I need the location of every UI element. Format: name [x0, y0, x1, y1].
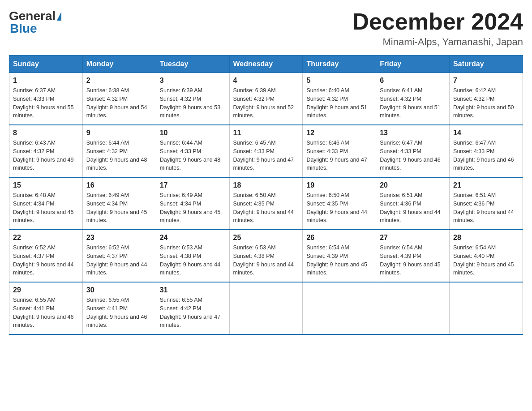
- calendar-cell: [303, 282, 376, 334]
- day-info: Sunrise: 6:38 AMSunset: 4:32 PMDaylight:…: [86, 87, 147, 119]
- day-info: Sunrise: 6:44 AMSunset: 4:32 PMDaylight:…: [86, 140, 147, 171]
- day-info: Sunrise: 6:40 AMSunset: 4:32 PMDaylight:…: [306, 87, 367, 119]
- day-number: 11: [233, 129, 299, 137]
- day-info: Sunrise: 6:47 AMSunset: 4:33 PMDaylight:…: [380, 140, 441, 171]
- day-number: 16: [86, 181, 152, 189]
- logo-area: General Blue: [9, 9, 63, 36]
- calendar-cell: [450, 282, 523, 334]
- day-number: 9: [86, 129, 152, 137]
- calendar-cell: 9 Sunrise: 6:44 AMSunset: 4:32 PMDayligh…: [82, 125, 156, 177]
- day-number: 21: [453, 181, 519, 189]
- calendar-week-row: 22 Sunrise: 6:52 AMSunset: 4:37 PMDaylig…: [9, 230, 523, 282]
- day-number: 25: [233, 234, 299, 242]
- calendar-cell: 15 Sunrise: 6:48 AMSunset: 4:34 PMDaylig…: [9, 177, 83, 230]
- day-info: Sunrise: 6:49 AMSunset: 4:34 PMDaylight:…: [86, 192, 147, 223]
- day-info: Sunrise: 6:50 AMSunset: 4:35 PMDaylight:…: [306, 192, 367, 223]
- calendar-cell: [229, 282, 303, 334]
- calendar-cell: 1 Sunrise: 6:37 AMSunset: 4:33 PMDayligh…: [9, 73, 83, 125]
- day-info: Sunrise: 6:43 AMSunset: 4:32 PMDaylight:…: [13, 140, 74, 171]
- days-of-week-row: Sunday Monday Tuesday Wednesday Thursday…: [9, 56, 523, 73]
- day-number: 14: [453, 129, 519, 137]
- calendar-cell: 8 Sunrise: 6:43 AMSunset: 4:32 PMDayligh…: [9, 125, 83, 177]
- col-sunday: Sunday: [9, 56, 83, 73]
- calendar-cell: 3 Sunrise: 6:39 AMSunset: 4:32 PMDayligh…: [156, 73, 229, 125]
- calendar-cell: 12 Sunrise: 6:46 AMSunset: 4:33 PMDaylig…: [303, 125, 376, 177]
- calendar-cell: 24 Sunrise: 6:53 AMSunset: 4:38 PMDaylig…: [156, 230, 229, 282]
- day-number: 8: [13, 129, 79, 137]
- calendar-cell: 17 Sunrise: 6:49 AMSunset: 4:34 PMDaylig…: [156, 177, 229, 230]
- day-info: Sunrise: 6:47 AMSunset: 4:33 PMDaylight:…: [453, 140, 514, 171]
- day-number: 6: [380, 77, 446, 85]
- calendar-cell: 30 Sunrise: 6:55 AMSunset: 4:41 PMDaylig…: [82, 282, 156, 334]
- col-tuesday: Tuesday: [156, 56, 229, 73]
- page-header: General Blue December 2024 Minami-Alps, …: [9, 9, 523, 48]
- day-number: 20: [380, 181, 446, 189]
- day-number: 30: [86, 286, 152, 294]
- calendar-cell: 6 Sunrise: 6:41 AMSunset: 4:32 PMDayligh…: [376, 73, 450, 125]
- calendar-cell: 25 Sunrise: 6:53 AMSunset: 4:38 PMDaylig…: [229, 230, 303, 282]
- day-info: Sunrise: 6:53 AMSunset: 4:38 PMDaylight:…: [233, 244, 294, 276]
- day-info: Sunrise: 6:48 AMSunset: 4:34 PMDaylight:…: [13, 192, 74, 223]
- calendar-cell: 11 Sunrise: 6:45 AMSunset: 4:33 PMDaylig…: [229, 125, 303, 177]
- col-saturday: Saturday: [450, 56, 523, 73]
- calendar-cell: [376, 282, 450, 334]
- day-info: Sunrise: 6:45 AMSunset: 4:33 PMDaylight:…: [233, 140, 294, 171]
- calendar-week-row: 29 Sunrise: 6:55 AMSunset: 4:41 PMDaylig…: [9, 282, 523, 334]
- day-number: 4: [233, 77, 299, 85]
- col-monday: Monday: [82, 56, 156, 73]
- day-number: 10: [160, 129, 226, 137]
- day-number: 17: [160, 181, 226, 189]
- logo-triangle-icon: [57, 12, 61, 21]
- day-number: 19: [306, 181, 372, 189]
- location-subtitle: Minami-Alps, Yamanashi, Japan: [352, 36, 523, 48]
- calendar-cell: 31 Sunrise: 6:55 AMSunset: 4:42 PMDaylig…: [156, 282, 229, 334]
- day-info: Sunrise: 6:41 AMSunset: 4:32 PMDaylight:…: [380, 87, 441, 119]
- day-info: Sunrise: 6:46 AMSunset: 4:33 PMDaylight:…: [306, 140, 367, 171]
- col-friday: Friday: [376, 56, 450, 73]
- calendar-cell: 14 Sunrise: 6:47 AMSunset: 4:33 PMDaylig…: [450, 125, 523, 177]
- day-number: 2: [86, 77, 152, 85]
- day-number: 29: [13, 286, 79, 294]
- day-number: 26: [306, 234, 372, 242]
- calendar-cell: 16 Sunrise: 6:49 AMSunset: 4:34 PMDaylig…: [82, 177, 156, 230]
- calendar-cell: 2 Sunrise: 6:38 AMSunset: 4:32 PMDayligh…: [82, 73, 156, 125]
- day-info: Sunrise: 6:55 AMSunset: 4:41 PMDaylight:…: [86, 297, 147, 328]
- day-number: 15: [13, 181, 79, 189]
- day-info: Sunrise: 6:42 AMSunset: 4:32 PMDaylight:…: [453, 87, 514, 119]
- day-number: 1: [13, 77, 79, 85]
- calendar-table: Sunday Monday Tuesday Wednesday Thursday…: [9, 55, 523, 335]
- col-wednesday: Wednesday: [229, 56, 303, 73]
- calendar-cell: 21 Sunrise: 6:51 AMSunset: 4:36 PMDaylig…: [450, 177, 523, 230]
- day-number: 12: [306, 129, 372, 137]
- title-area: December 2024 Minami-Alps, Yamanashi, Ja…: [352, 9, 523, 48]
- day-number: 27: [380, 234, 446, 242]
- calendar-cell: 27 Sunrise: 6:54 AMSunset: 4:39 PMDaylig…: [376, 230, 450, 282]
- day-info: Sunrise: 6:37 AMSunset: 4:33 PMDaylight:…: [13, 87, 74, 119]
- calendar-cell: 20 Sunrise: 6:51 AMSunset: 4:36 PMDaylig…: [376, 177, 450, 230]
- day-number: 7: [453, 77, 519, 85]
- day-number: 22: [13, 234, 79, 242]
- day-number: 31: [160, 286, 226, 294]
- day-info: Sunrise: 6:51 AMSunset: 4:36 PMDaylight:…: [453, 192, 514, 223]
- logo-blue-row: Blue: [9, 21, 37, 36]
- day-info: Sunrise: 6:51 AMSunset: 4:36 PMDaylight:…: [380, 192, 441, 223]
- day-info: Sunrise: 6:52 AMSunset: 4:37 PMDaylight:…: [86, 244, 147, 276]
- day-info: Sunrise: 6:49 AMSunset: 4:34 PMDaylight:…: [160, 192, 221, 223]
- calendar-cell: 22 Sunrise: 6:52 AMSunset: 4:37 PMDaylig…: [9, 230, 83, 282]
- day-number: 24: [160, 234, 226, 242]
- calendar-cell: 4 Sunrise: 6:39 AMSunset: 4:32 PMDayligh…: [229, 73, 303, 125]
- day-info: Sunrise: 6:55 AMSunset: 4:42 PMDaylight:…: [160, 297, 221, 328]
- calendar-cell: 29 Sunrise: 6:55 AMSunset: 4:41 PMDaylig…: [9, 282, 83, 334]
- calendar-cell: 23 Sunrise: 6:52 AMSunset: 4:37 PMDaylig…: [82, 230, 156, 282]
- day-info: Sunrise: 6:53 AMSunset: 4:38 PMDaylight:…: [160, 244, 221, 276]
- calendar-week-row: 8 Sunrise: 6:43 AMSunset: 4:32 PMDayligh…: [9, 125, 523, 177]
- col-thursday: Thursday: [303, 56, 376, 73]
- day-info: Sunrise: 6:44 AMSunset: 4:33 PMDaylight:…: [160, 140, 221, 171]
- calendar-cell: 18 Sunrise: 6:50 AMSunset: 4:35 PMDaylig…: [229, 177, 303, 230]
- day-number: 5: [306, 77, 372, 85]
- day-info: Sunrise: 6:54 AMSunset: 4:39 PMDaylight:…: [380, 244, 441, 276]
- day-info: Sunrise: 6:50 AMSunset: 4:35 PMDaylight:…: [233, 192, 294, 223]
- day-info: Sunrise: 6:39 AMSunset: 4:32 PMDaylight:…: [233, 87, 294, 119]
- day-info: Sunrise: 6:54 AMSunset: 4:39 PMDaylight:…: [306, 244, 367, 276]
- logo-blue-text: Blue: [10, 21, 37, 35]
